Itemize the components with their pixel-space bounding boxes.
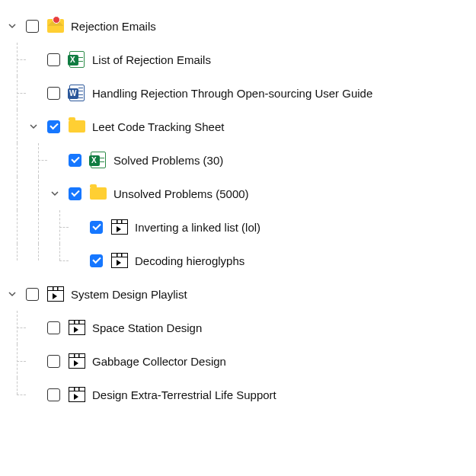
tree-guide xyxy=(27,210,49,244)
tree-item-solved-problems[interactable]: Solved Problems (30) xyxy=(6,143,470,177)
tree-guide xyxy=(6,76,27,110)
tree-item-label: Unsolved Problems (5000) xyxy=(113,187,249,200)
tree-item-label: Leet Code Tracking Sheet xyxy=(92,120,224,133)
tree-item-label: Decoding hieroglyphs xyxy=(135,254,244,267)
chevron-down-icon[interactable] xyxy=(49,187,61,200)
checkbox[interactable] xyxy=(90,254,103,267)
tree-guide xyxy=(6,244,27,277)
tree-item-label: Gabbage Collector Design xyxy=(92,355,226,368)
tree-item-list-rejection-emails[interactable]: List of Rejection Emails xyxy=(6,43,470,76)
checkbox[interactable] xyxy=(47,53,60,66)
video-icon xyxy=(68,385,86,404)
checkbox[interactable] xyxy=(47,355,60,368)
tree-item-design-et-life-support[interactable]: Design Extra-Terrestrial Life Support xyxy=(6,378,470,411)
excel-icon xyxy=(68,50,86,69)
tree-item-garbage-collector-design[interactable]: Gabbage Collector Design xyxy=(6,344,470,378)
video-icon xyxy=(46,285,65,303)
tree-item-decoding-hieroglyphs[interactable]: Decoding hieroglyphs xyxy=(6,244,470,277)
checkbox[interactable] xyxy=(26,20,39,33)
tree-guide xyxy=(6,344,27,378)
checkbox[interactable] xyxy=(47,388,60,401)
tree-guide xyxy=(6,143,27,177)
tree-guide xyxy=(6,378,27,411)
tree-guide xyxy=(27,177,49,210)
tree-item-space-station-design[interactable]: Space Station Design xyxy=(6,311,470,344)
tree-guide xyxy=(6,210,27,244)
tree-guide xyxy=(6,43,27,76)
checkbox[interactable] xyxy=(47,87,60,100)
video-icon xyxy=(68,318,86,337)
tree-item-system-design-playlist[interactable]: System Design Playlist xyxy=(6,277,470,311)
tree-item-label: Rejection Emails xyxy=(71,20,156,33)
checkbox[interactable] xyxy=(47,321,60,334)
checkbox[interactable] xyxy=(69,154,81,167)
tree-item-label: Handling Rejection Through Open-sourcing… xyxy=(92,87,372,100)
video-icon xyxy=(68,352,86,370)
tree-guide xyxy=(6,177,27,210)
chevron-down-icon[interactable] xyxy=(6,288,18,300)
file-tree: Rejection EmailsList of Rejection Emails… xyxy=(6,9,470,411)
chevron-down-icon[interactable] xyxy=(27,120,40,133)
tree-item-unsolved-problems[interactable]: Unsolved Problems (5000) xyxy=(6,177,470,210)
tree-item-label: Inverting a linked list (lol) xyxy=(135,221,260,234)
tree-item-label: System Design Playlist xyxy=(71,288,187,301)
tree-item-label: Space Station Design xyxy=(92,321,202,334)
checkbox[interactable] xyxy=(69,187,81,200)
tree-guide xyxy=(49,210,70,244)
tree-item-label: Solved Problems (30) xyxy=(113,154,223,167)
excel-icon xyxy=(89,151,107,169)
folder-icon xyxy=(68,117,86,136)
envelope-icon xyxy=(46,17,65,35)
chevron-down-icon[interactable] xyxy=(6,20,18,32)
tree-item-rejection-emails[interactable]: Rejection Emails xyxy=(6,9,470,43)
tree-item-inverting-linked-list[interactable]: Inverting a linked list (lol) xyxy=(6,210,470,244)
folder-icon xyxy=(89,184,107,203)
checkbox[interactable] xyxy=(26,288,39,301)
tree-item-label: List of Rejection Emails xyxy=(92,53,211,66)
tree-guide xyxy=(6,110,27,143)
tree-guide xyxy=(49,244,70,277)
checkbox[interactable] xyxy=(47,120,60,133)
tree-item-label: Design Extra-Terrestrial Life Support xyxy=(92,388,276,401)
tree-guide xyxy=(27,143,49,177)
video-icon xyxy=(110,251,129,270)
tree-item-leet-code-tracking[interactable]: Leet Code Tracking Sheet xyxy=(6,110,470,143)
checkbox[interactable] xyxy=(90,221,103,234)
video-icon xyxy=(110,218,129,236)
word-icon xyxy=(68,84,86,102)
tree-item-handling-rejection-guide[interactable]: Handling Rejection Through Open-sourcing… xyxy=(6,76,470,110)
tree-guide xyxy=(27,244,49,277)
tree-guide xyxy=(6,311,27,344)
